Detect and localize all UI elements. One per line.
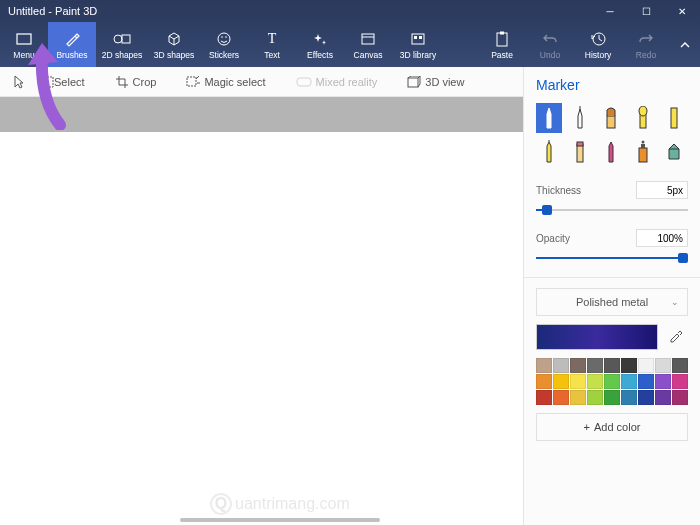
- tab-stickers[interactable]: Stickers: [200, 22, 248, 67]
- collapse-ribbon[interactable]: [670, 22, 700, 67]
- current-color-swatch[interactable]: [536, 324, 658, 350]
- menu-button[interactable]: Menu: [0, 22, 48, 67]
- thickness-slider[interactable]: [536, 203, 688, 217]
- tab-3d-library[interactable]: 3D library: [392, 22, 444, 67]
- palette-swatch[interactable]: [587, 358, 603, 373]
- svg-rect-25: [641, 144, 645, 148]
- palette-swatch[interactable]: [672, 358, 688, 373]
- palette-swatch[interactable]: [570, 390, 586, 405]
- view-3d-icon: [407, 76, 421, 88]
- panel-title: Marker: [536, 77, 688, 93]
- palette-swatch[interactable]: [604, 374, 620, 389]
- canvas-icon: [359, 30, 377, 48]
- palette-swatch[interactable]: [655, 358, 671, 373]
- thickness-input[interactable]: [636, 181, 688, 199]
- palette-swatch[interactable]: [553, 358, 569, 373]
- add-color-button[interactable]: + Add color: [536, 413, 688, 441]
- brush-panel: Marker Thicknes: [523, 67, 700, 525]
- canvas-area[interactable]: [0, 97, 523, 525]
- brush-calligraphy[interactable]: [567, 103, 593, 133]
- menu-icon: [15, 30, 33, 48]
- canvas-margin: [0, 97, 523, 132]
- title-bar: Untitled - Paint 3D ─ ☐ ✕: [0, 0, 700, 22]
- palette-swatch[interactable]: [672, 374, 688, 389]
- svg-rect-9: [414, 36, 417, 39]
- palette-swatch[interactable]: [621, 374, 637, 389]
- palette-swatch[interactable]: [570, 374, 586, 389]
- undo-icon: [541, 30, 559, 48]
- crop-tool[interactable]: Crop: [109, 72, 163, 92]
- svg-point-26: [641, 141, 644, 144]
- palette-swatch[interactable]: [604, 358, 620, 373]
- svg-rect-21: [671, 108, 677, 128]
- svg-rect-18: [607, 116, 615, 128]
- palette-swatch[interactable]: [587, 390, 603, 405]
- shapes-2d-icon: [113, 30, 131, 48]
- brush-marker[interactable]: [536, 103, 562, 133]
- palette-swatch[interactable]: [536, 390, 552, 405]
- opacity-slider[interactable]: [536, 251, 688, 265]
- opacity-input[interactable]: [636, 229, 688, 247]
- brush-watercolor[interactable]: [630, 103, 656, 133]
- brush-spray[interactable]: [630, 137, 656, 167]
- paste-icon: [493, 30, 511, 48]
- palette-swatch[interactable]: [672, 390, 688, 405]
- brush-eraser[interactable]: [567, 137, 593, 167]
- brush-oil[interactable]: [598, 103, 624, 133]
- palette-swatch[interactable]: [587, 374, 603, 389]
- brush-pencil[interactable]: [536, 137, 562, 167]
- tab-canvas[interactable]: Canvas: [344, 22, 392, 67]
- svg-rect-14: [41, 77, 53, 87]
- minimize-button[interactable]: ─: [592, 0, 628, 22]
- svg-rect-2: [122, 35, 130, 43]
- palette-swatch[interactable]: [604, 390, 620, 405]
- svg-rect-12: [500, 31, 504, 34]
- eyedropper-button[interactable]: [664, 325, 688, 349]
- maximize-button[interactable]: ☐: [628, 0, 664, 22]
- select-tool[interactable]: Select: [34, 73, 91, 91]
- svg-point-1: [114, 35, 122, 43]
- palette-swatch[interactable]: [570, 358, 586, 373]
- brush-icon: [63, 30, 81, 48]
- paste-button[interactable]: Paste: [478, 22, 526, 67]
- palette-swatch[interactable]: [621, 390, 637, 405]
- svg-point-3: [218, 33, 230, 45]
- palette-swatch[interactable]: [536, 358, 552, 373]
- tab-2d-shapes[interactable]: 2D shapes: [96, 22, 148, 67]
- history-button[interactable]: History: [574, 22, 622, 67]
- tab-effects[interactable]: Effects: [296, 22, 344, 67]
- close-button[interactable]: ✕: [664, 0, 700, 22]
- svg-rect-11: [497, 33, 507, 46]
- palette-swatch[interactable]: [638, 390, 654, 405]
- palette-swatch[interactable]: [655, 374, 671, 389]
- tab-3d-shapes[interactable]: 3D shapes: [148, 22, 200, 67]
- text-icon: T: [263, 30, 281, 48]
- brush-crayon[interactable]: [598, 137, 624, 167]
- brush-fill[interactable]: [661, 137, 687, 167]
- palette-swatch[interactable]: [553, 374, 569, 389]
- svg-point-20: [639, 106, 647, 116]
- palette-swatch[interactable]: [638, 358, 654, 373]
- color-palette: [536, 358, 688, 405]
- palette-swatch[interactable]: [638, 374, 654, 389]
- palette-swatch[interactable]: [655, 390, 671, 405]
- menu-label: Menu: [13, 50, 34, 60]
- magic-select-icon: [186, 76, 200, 88]
- palette-swatch[interactable]: [621, 358, 637, 373]
- material-dropdown[interactable]: Polished metal ⌄: [536, 288, 688, 316]
- brush-pixel[interactable]: [661, 103, 687, 133]
- thickness-row: Thickness: [536, 181, 688, 199]
- 3d-view-tool[interactable]: 3D view: [401, 73, 470, 91]
- window-title: Untitled - Paint 3D: [8, 5, 592, 17]
- cursor-tool[interactable]: [8, 71, 30, 93]
- tab-brushes[interactable]: Brushes: [48, 22, 96, 67]
- palette-swatch[interactable]: [536, 374, 552, 389]
- horizontal-scrollbar[interactable]: [180, 518, 380, 522]
- redo-button[interactable]: Redo: [622, 22, 670, 67]
- magic-select-tool[interactable]: Magic select: [180, 73, 271, 91]
- undo-button[interactable]: Undo: [526, 22, 574, 67]
- tab-text[interactable]: T Text: [248, 22, 296, 67]
- palette-swatch[interactable]: [553, 390, 569, 405]
- svg-rect-8: [412, 34, 424, 44]
- effects-icon: [311, 30, 329, 48]
